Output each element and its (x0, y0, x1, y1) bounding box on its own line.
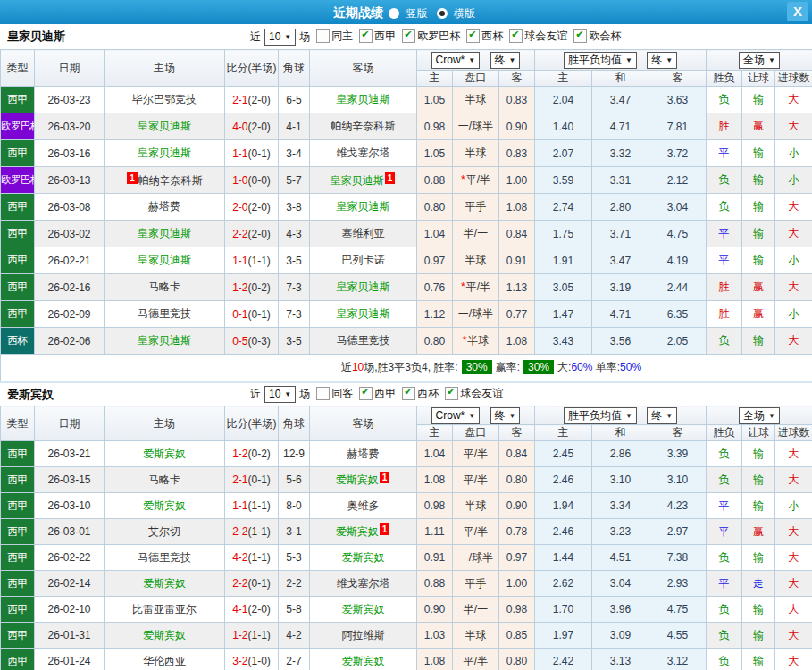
away-team-name: 爱斯宾奴 (342, 603, 385, 616)
bookmaker-select[interactable]: Crow*▼ (431, 52, 481, 69)
avg-lose-odds-cell: 3.63 (649, 87, 707, 113)
avg-win-odds-cell: 1.75 (535, 221, 592, 247)
filter-checkbox-3[interactable]: 球会友谊 (445, 386, 503, 401)
scope-group-header: 全场▼ (707, 50, 812, 71)
horizontal-label[interactable]: 横版 (454, 7, 475, 20)
chevron-down-icon: ▼ (509, 412, 516, 420)
avg-win-odds-cell: 1.91 (535, 247, 592, 274)
filter-checkbox-5[interactable]: 欧会杯 (573, 29, 621, 44)
home-team-name: 马德里竞技 (138, 551, 191, 564)
avg-win-odds-cell: 1.70 (535, 597, 592, 623)
home-team-cell: 艾尔切 (105, 519, 225, 545)
layout-radio-horizontal[interactable] (437, 8, 448, 19)
result-cell: 胜 (707, 113, 742, 140)
letgoal-result-cell: 输 (742, 597, 775, 623)
close-button[interactable]: X (787, 2, 808, 21)
sub-header-goals: 进球数 (775, 71, 812, 87)
score-cell: 1-2(0-2) (225, 274, 279, 301)
letgoal-result-cell: 输 (742, 467, 775, 493)
handicap-cell: 一/球半 (453, 545, 499, 571)
bookmaker-select[interactable]: Crow*▼ (431, 407, 481, 424)
score-cell: 0-5(0-3) (225, 328, 279, 355)
handicap-time-select[interactable]: 终▼ (490, 52, 521, 69)
filter-bar: 近 10▼ 场 同主西甲欧罗巴杯西杯球会友谊欧会杯 (250, 29, 621, 46)
away-team-cell: 塞维利亚 (310, 221, 417, 247)
avg-lose-odds-cell: 2.12 (649, 167, 707, 194)
goals-result-cell: 大 (775, 519, 812, 545)
goals-result-cell: 大 (775, 649, 812, 670)
date-cell: 26-03-02 (35, 221, 105, 247)
handicap-home-odds-cell: 1.05 (417, 140, 453, 167)
avg-win-odds-cell: 1.40 (535, 113, 592, 140)
layout-radio-vertical[interactable] (389, 8, 399, 19)
letgoal-result-cell: 输 (742, 87, 775, 113)
checkbox-label: 同客 (331, 386, 353, 401)
goals-result-cell: 大 (775, 113, 812, 140)
avg-type-select[interactable]: 胜平负均值▼ (564, 407, 637, 424)
away-team-cell: 帕纳辛奈科斯 (310, 113, 417, 140)
filter-checkbox-1[interactable]: 西甲 (359, 386, 396, 401)
handicap-cell: 半/一 (453, 597, 499, 623)
avg-time-select[interactable]: 终▼ (647, 407, 677, 424)
away-team-cell: 皇家贝迪斯 (310, 194, 417, 221)
over-rate-value: 60% (571, 361, 592, 373)
home-team-name: 马略卡 (148, 281, 180, 293)
home-team-cell: 爱斯宾奴 (105, 623, 225, 649)
corner-cell: 5-8 (279, 597, 310, 623)
letgoal-result-cell: 输 (742, 247, 775, 274)
home-team-name: 艾尔切 (148, 525, 180, 538)
score-cell: 1-1(0-1) (225, 140, 279, 167)
home-team-cell: 爱斯宾奴 (105, 571, 225, 597)
section-header: 爱斯宾奴 近 10▼ 场 同客西甲西杯球会友谊 (0, 383, 812, 406)
away-team-name: 皇家贝迪斯 (337, 93, 390, 105)
avg-lose-odds-cell: 2.05 (649, 328, 707, 355)
chevron-down-icon: ▼ (509, 56, 516, 64)
letgoal-result-cell: 输 (742, 167, 775, 194)
halftime-score: (0-1) (248, 577, 271, 590)
corner-cell: 6-5 (279, 87, 310, 113)
filter-checkbox-2[interactable]: 欧罗巴杯 (402, 29, 460, 44)
corner-cell: 3-4 (279, 140, 310, 167)
col-header-score: 比分(半场) (225, 406, 279, 441)
avg-lose-odds-cell: 4.19 (649, 247, 707, 274)
handicap-cell: 平手 (453, 571, 499, 597)
away-team-cell: 皇家贝迪斯 (310, 301, 417, 328)
col-header-date: 日期 (35, 50, 105, 87)
home-team-name: 赫塔费 (148, 200, 180, 213)
handicap-cell: 平/半 (453, 467, 499, 493)
filter-checkbox-0[interactable]: 同客 (316, 386, 353, 401)
fulltime-score: 1-2 (232, 448, 247, 460)
type-cell: 西甲 (1, 493, 35, 519)
avg-time-select[interactable]: 终▼ (647, 52, 677, 69)
team-name: 爱斯宾奴 (0, 387, 250, 403)
avg-type-select[interactable]: 胜平负均值▼ (564, 52, 637, 69)
handicap-time-select[interactable]: 终▼ (490, 407, 521, 424)
filter-checkbox-2[interactable]: 西杯 (402, 386, 439, 401)
type-cell: 西甲 (1, 467, 35, 493)
home-team-name: 爱斯宾奴 (143, 448, 186, 460)
avg-draw-odds-cell: 3.47 (592, 247, 649, 274)
away-team-cell: 皇家贝迪斯 (310, 87, 417, 113)
match-row: 西甲26-01-31爱斯宾奴1-2(1-1)4-2阿拉维斯1.03半球0.851… (1, 623, 812, 649)
vertical-label[interactable]: 竖版 (406, 7, 428, 20)
count-suffix-label: 场 (299, 387, 310, 402)
filter-checkbox-1[interactable]: 西甲 (359, 29, 396, 44)
match-count-select[interactable]: 10▼ (264, 386, 296, 403)
filter-checkbox-0[interactable]: 同主 (316, 29, 353, 44)
scope-select[interactable]: 全场▼ (739, 407, 780, 424)
away-team-name: 巴列卡诺 (342, 254, 385, 266)
match-row: 西甲26-03-08赫塔费2-0(2-0)3-8皇家贝迪斯0.80平手1.082… (1, 194, 812, 221)
filter-checkbox-3[interactable]: 西杯 (466, 29, 503, 44)
handicap-away-odds-cell: 0.78 (499, 519, 535, 545)
corner-cell: 7-3 (279, 274, 310, 301)
match-count-select[interactable]: 10▼ (264, 29, 296, 46)
sub-header-handicap: 盘口 (453, 425, 499, 441)
home-team-cell: 比雷亚雷亚尔 (105, 597, 225, 623)
corner-cell: 2-2 (279, 571, 310, 597)
goals-result-cell: 大 (775, 328, 812, 355)
scope-select[interactable]: 全场▼ (739, 52, 780, 69)
filter-checkbox-4[interactable]: 球会友谊 (509, 29, 567, 44)
avg-win-odds-cell: 2.46 (535, 467, 592, 493)
handicap-away-odds-cell: 0.97 (499, 545, 535, 571)
away-team-cell: 皇家贝迪斯1 (310, 167, 417, 194)
